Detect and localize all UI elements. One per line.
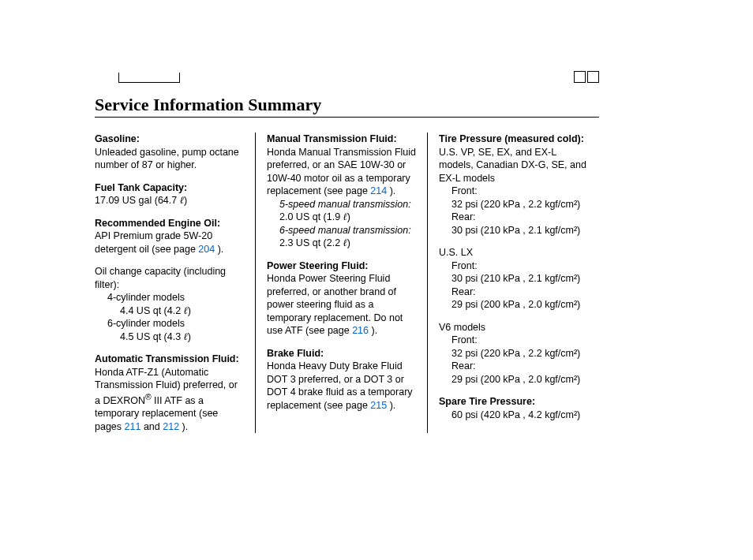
atf-section: Automatic Transmission Fluid: Honda ATF-… [95,353,244,433]
label-front: Front: [439,185,588,198]
section-heading: Fuel Tank Capacity: [95,181,244,195]
marker-box [574,71,586,83]
body-text: Honda ATF-Z1 (Automatic Transmission Flu… [95,366,244,434]
body-text: Honda Power Steering Fluid preferred, or… [267,272,416,338]
list-item: 5-speed manual transmission: [267,198,416,211]
body-text: U.S. LX [439,246,588,259]
list-value: 2.0 US qt (1.9 ℓ) [267,211,416,224]
value-rear: 29 psi (200 kPa , 2.0 kgf/cm²) [439,373,588,386]
body-text: Oil change capacity (including filter): [95,265,244,291]
tire-pressure-group: U.S. LX Front: 30 psi (210 kPa , 2.1 kgf… [439,246,588,312]
page-link-214[interactable]: 214 [370,185,387,196]
value-front: 30 psi (210 kPa , 2.1 kgf/cm²) [439,272,588,286]
section-heading: Manual Transmission Fluid: [267,133,416,146]
section-heading: Brake Fluid: [267,347,416,360]
tire-pressure-group: V6 models Front: 32 psi (220 kPa , 2.2 k… [439,321,588,386]
list-item: 4-cylinder models [95,291,244,304]
page-link-211[interactable]: 211 [125,421,141,432]
label-front: Front: [439,259,588,273]
page-link-204[interactable]: 204 [198,244,215,255]
body-text: Honda Manual Transmission Fluid preferre… [267,146,416,198]
body-text: Honda Heavy Duty Brake Fluid DOT 3 prefe… [267,360,416,412]
oil-change-section: Oil change capacity (including filter): … [95,265,244,343]
section-heading: Tire Pressure (measured cold): [439,133,588,146]
list-value: 2.3 US qt (2.2 ℓ) [267,237,416,250]
label-rear: Rear: [439,286,588,299]
section-heading: Recommended Engine Oil: [95,217,244,230]
psf-section: Power Steering Fluid: Honda Power Steeri… [267,259,416,338]
label-rear: Rear: [439,360,588,373]
top-left-marker [118,73,180,83]
label-rear: Rear: [439,211,588,224]
value-spare: 60 psi (420 kPa , 4.2 kgf/cm²) [439,409,588,422]
tire-pressure-section: Tire Pressure (measured cold): U.S. VP, … [439,133,588,237]
section-heading: Automatic Transmission Fluid: [95,353,244,366]
list-value: 4.5 US qt (4.3 ℓ) [95,330,244,344]
page-container: Service Information Summary Gasoline: Un… [0,0,753,560]
mtf-section: Manual Transmission Fluid: Honda Manual … [267,133,416,250]
engine-oil-section: Recommended Engine Oil: API Premium grad… [95,217,244,256]
page-link-212[interactable]: 212 [163,421,179,432]
body-text: 17.09 US gal (64.7 ℓ) [95,194,244,207]
page-link-215[interactable]: 215 [370,400,387,411]
list-item: 6-speed manual transmission: [267,224,416,237]
top-right-marker [574,71,599,83]
body-text: API Premium grade 5W-20 detergent oil (s… [95,230,244,256]
title-rule [95,117,599,118]
section-heading: Power Steering Fluid: [267,259,416,273]
column-3: Tire Pressure (measured cold): U.S. VP, … [427,133,599,433]
page-title: Service Information Summary [95,95,321,115]
list-value: 4.4 US qt (4.2 ℓ) [95,304,244,318]
body-text: Unleaded gasoline, pump octane number of… [95,146,244,172]
fuel-tank-section: Fuel Tank Capacity: 17.09 US gal (64.7 ℓ… [95,181,244,207]
list-item: 6-cylinder models [95,317,244,330]
marker-box [587,71,599,83]
gasoline-section: Gasoline: Unleaded gasoline, pump octane… [95,133,244,172]
page-link-216[interactable]: 216 [352,325,369,336]
value-front: 32 psi (220 kPa , 2.2 kgf/cm²) [439,198,588,211]
body-text: U.S. VP, SE, EX, and EX-L models, Canadi… [439,146,588,185]
column-2: Manual Transmission Fluid: Honda Manual … [255,133,427,433]
spare-tire-section: Spare Tire Pressure: 60 psi (420 kPa , 4… [439,395,588,421]
section-heading: Spare Tire Pressure: [439,395,588,409]
registered-symbol: ® [145,393,152,401]
value-front: 32 psi (220 kPa , 2.2 kgf/cm²) [439,347,588,360]
section-heading: Gasoline: [95,133,244,146]
column-1: Gasoline: Unleaded gasoline, pump octane… [95,133,255,433]
value-rear: 29 psi (200 kPa , 2.0 kgf/cm²) [439,298,588,312]
value-rear: 30 psi (210 kPa , 2.1 kgf/cm²) [439,224,588,237]
content-columns: Gasoline: Unleaded gasoline, pump octane… [95,133,599,433]
label-front: Front: [439,334,588,347]
brake-section: Brake Fluid: Honda Heavy Duty Brake Flui… [267,347,416,413]
body-text: V6 models [439,321,588,334]
